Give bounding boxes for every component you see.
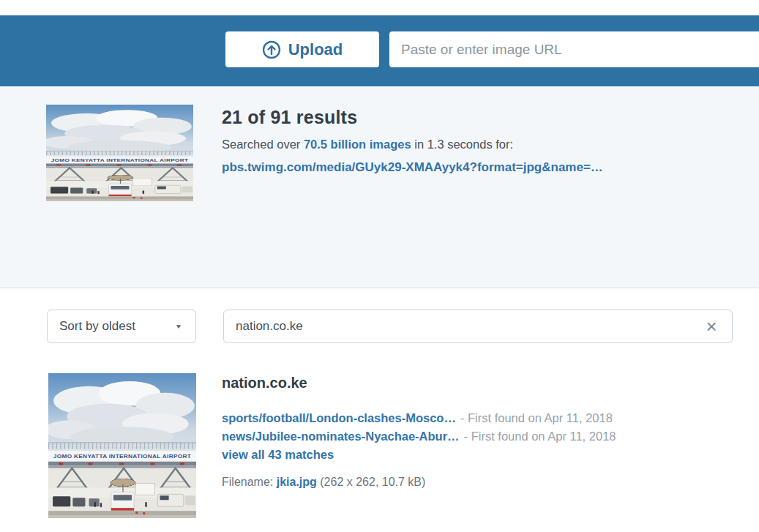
search-header: Upload	[0, 15, 759, 86]
search-stats-line: Searched over 70.5 billion images in 1.3…	[222, 138, 603, 151]
filter-domain-input[interactable]	[224, 310, 732, 342]
result-image-thumbnail[interactable]	[48, 373, 196, 518]
search-stats-suffix: in 1.3 seconds for:	[411, 138, 513, 151]
result-details: nation.co.ke sports/football/London-clas…	[222, 375, 690, 489]
match-page-link[interactable]: sports/football/London-clashes-Mosco…	[222, 411, 456, 424]
query-image-thumbnail[interactable]	[46, 105, 193, 201]
view-all-matches-link[interactable]: view all 43 matches	[222, 446, 690, 464]
match-row: news/Jubilee-nominates-Nyachae-Abur…- Fi…	[222, 427, 690, 446]
filename-dimensions: (262 x 262, 10.7 kB)	[317, 476, 426, 488]
filter-domain-box: ×	[223, 310, 733, 343]
filename-link[interactable]: jkia.jpg	[277, 476, 317, 488]
search-stats-prefix: Searched over	[222, 138, 304, 151]
match-row: sports/football/London-clashes-Mosco…- F…	[222, 409, 690, 427]
caret-down-icon: ▼	[175, 323, 182, 329]
image-url-input[interactable]	[389, 31, 759, 67]
filename-label: Filename:	[222, 476, 277, 488]
sort-dropdown[interactable]: Sort by oldest ▼	[47, 310, 196, 343]
upload-icon	[262, 40, 281, 59]
top-white-strip	[0, 0, 759, 15]
sort-dropdown-label: Sort by oldest	[59, 319, 135, 334]
match-list: sports/football/London-clashes-Mosco…- F…	[222, 409, 690, 464]
filename-row: Filename: jkia.jpg (262 x 262, 10.7 kB)	[222, 476, 690, 489]
upload-button[interactable]: Upload	[225, 31, 379, 67]
results-count-heading: 21 of 91 results	[222, 107, 603, 128]
tineye-results-page: Upload 21 of 91 results Searched over 70…	[0, 0, 759, 532]
match-page-link[interactable]: news/Jubilee-nominates-Nyachae-Abur…	[222, 430, 460, 443]
summary-text-block: 21 of 91 results Searched over 70.5 bill…	[222, 107, 603, 175]
result-domain-title: nation.co.ke	[222, 375, 690, 391]
match-first-found: - First found on Apr 11, 2018	[464, 430, 616, 443]
clear-filter-icon[interactable]: ×	[700, 310, 723, 342]
billion-images-link[interactable]: 70.5 billion images	[304, 138, 411, 151]
results-summary-section: 21 of 91 results Searched over 70.5 bill…	[0, 86, 759, 288]
match-first-found: - First found on Apr 11, 2018	[460, 411, 613, 424]
searched-url-link[interactable]: pbs.twimg.com/media/GUyk29-XMAAyyk4?form…	[222, 160, 603, 175]
upload-button-label: Upload	[288, 40, 343, 59]
